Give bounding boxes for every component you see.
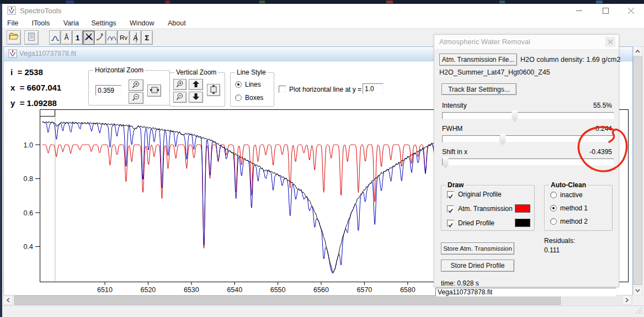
atm-transmission-file-button[interactable]: Atm. Transmission File... [439,54,517,66]
sigma-icon: Σ [145,34,150,42]
panel-title-bar[interactable]: Atmospheric Water Removal [434,35,619,50]
panel-close-button[interactable] [605,37,615,47]
boxes-radio[interactable] [235,94,242,101]
folder-icon [9,33,19,43]
document-title: Vega110737878.fit [19,50,76,57]
vertical-scrollbar[interactable] [633,46,642,295]
hzoom-in-button[interactable] [129,80,143,91]
lines-radio[interactable] [235,81,242,88]
inactive-radio[interactable] [550,192,557,198]
background-speck [166,1,170,3]
scroll-down-button[interactable] [633,286,642,295]
curve-arrow-icon [96,32,105,43]
angstrom-button[interactable]: Å [61,30,72,45]
x-axis-tick-label: 6540 [227,286,242,294]
atm-transmission-checkbox[interactable] [447,205,454,213]
shift-curve-button[interactable] [94,30,106,45]
menu-file[interactable]: File [3,18,22,28]
chevron-up-icon [635,49,640,53]
menu-about[interactable]: About [164,18,190,28]
filename-field[interactable] [435,288,616,297]
method2-radio[interactable] [550,218,557,225]
horizontal-scrollbar-thumb[interactable] [14,295,561,305]
shift-up-button[interactable] [189,79,203,90]
horizontal-line-input[interactable] [363,83,384,94]
readout-x: x = 6607.041 [10,83,61,92]
background-window-strip-top [0,0,644,4]
normalize-button[interactable]: 1 [72,30,83,45]
menu-settings[interactable]: Settings [87,18,120,28]
vzoom-in-button[interactable] [173,79,187,90]
y-axis-tick-label: 0.8 [24,175,33,183]
zoom-out-icon [132,93,140,103]
store-atm-transmission-button[interactable]: Store Atm. Transmission [441,242,514,255]
shift-down-button[interactable] [189,92,203,103]
scroll-left-button[interactable] [3,295,13,305]
corner-box [40,110,55,117]
peak-icon [51,32,60,43]
intensity-slider-thumb[interactable] [512,110,518,122]
double-peak-icon [107,32,116,43]
horizontal-zoom-input[interactable] [95,85,121,96]
minimize-button[interactable] [570,4,588,17]
vertical-zoom-group: Vertical Zoom [169,72,225,107]
compare-profiles-button[interactable] [106,30,118,45]
dried-profile-checkbox[interactable] [447,220,454,227]
close-icon [608,40,613,44]
method1-radio[interactable] [550,205,557,212]
scroll-right-button[interactable] [622,295,632,305]
atm-transmission-label: Atm. Transmission [458,205,513,213]
menu-itools[interactable]: ITools [28,18,54,28]
method2-radio-label: method 2 [560,218,588,225]
h2o-density-text: H2O column density: 1.69 g/cm2 [520,56,620,64]
scroll-up-button[interactable] [633,46,642,56]
resize-grip[interactable] [635,307,643,316]
fit-height-button[interactable] [207,84,220,96]
atm-transmission-color-swatch[interactable] [515,204,530,213]
trackbar-settings-button[interactable]: Track Bar Setttings... [441,83,517,95]
background-speck [596,1,603,3]
log-list-button[interactable] [24,30,39,45]
intensity-slider[interactable] [442,112,614,119]
up-arrow-icon [192,80,200,89]
draw-group: Draw Original Profile Atm. Transmission … [441,185,535,231]
profile-peak-button[interactable] [49,30,61,45]
fit-width-button[interactable] [147,84,161,97]
shift-x-slider-thumb[interactable] [443,157,449,168]
delete-peak-button[interactable] [83,30,94,45]
dried-profile-color-swatch[interactable] [515,219,530,227]
y-axis-tick-label: 0.6 [24,209,33,217]
check-icon [448,208,454,214]
store-dried-profile-button[interactable]: Store Dried Profile [441,260,514,272]
main-window: SpectroTools File ITools Varia Settings … [2,4,644,317]
fwhm-slider[interactable] [442,135,614,142]
shift-x-label: Shift in x [442,148,467,156]
one-icon: 1 [76,34,79,42]
sum-button[interactable]: Σ [141,30,153,45]
spectrotools-app: SpectroTools File ITools Varia Settings … [0,0,644,317]
horizontal-line-checkbox[interactable] [279,86,286,93]
background-speck [259,1,265,3]
menu-varia[interactable]: Varia [60,18,83,28]
equivalent-width-button[interactable]: A [130,30,141,45]
hzoom-out-button[interactable] [129,92,143,104]
vzoom-out-button[interactable] [173,92,187,103]
document-icon [8,49,17,60]
close-button[interactable] [621,4,640,17]
original-profile-checkbox[interactable] [447,191,454,198]
y-axis-tick-label: 0.4 [24,243,33,251]
open-file-button[interactable] [7,30,21,45]
residuals-label: Residuals: [544,237,575,245]
horizontal-zoom-group: Horizontal Zoom [88,70,170,105]
horizontal-zoom-label: Horizontal Zoom [93,66,145,74]
radial-velocity-button[interactable]: Rv [118,30,130,45]
fwhm-slider-thumb[interactable] [500,134,506,145]
original-profile-label: Original Profile [458,191,502,198]
check-icon [448,193,454,199]
menu-window[interactable]: Window [126,18,158,28]
shift-x-slider[interactable] [442,158,614,166]
x-axis-tick-label: 6510 [97,286,113,294]
vertical-scrollbar-thumb[interactable] [633,56,642,285]
maximize-button[interactable] [596,4,615,17]
title-bar[interactable]: SpectroTools [2,4,644,18]
